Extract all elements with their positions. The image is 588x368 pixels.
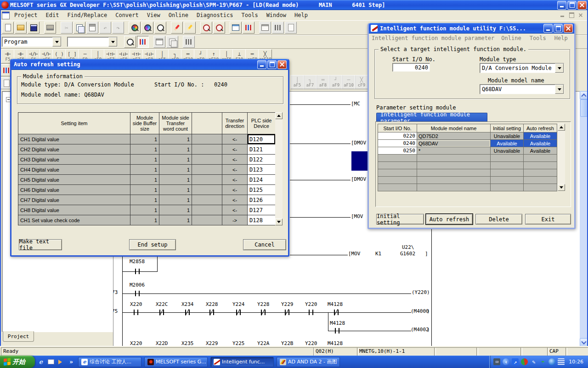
utility-menu-parameter[interactable]: Intelligent function module parameter xyxy=(369,34,497,42)
initial-cell[interactable]: Unavailable xyxy=(491,147,524,155)
utility-menu-help[interactable]: Help xyxy=(550,34,572,42)
ladder-monitor-button[interactable] xyxy=(243,22,254,34)
scroll-thumb[interactable] xyxy=(580,99,588,117)
menu-project[interactable]: Project xyxy=(10,11,42,19)
model-cell[interactable]: * xyxy=(417,147,491,155)
taskbar-task-paint[interactable]: AD AND DA 2 - 画图 xyxy=(277,357,340,367)
ladder-symbol-button-aF8[interactable]: ═aF8 xyxy=(316,75,330,89)
exit-button[interactable]: Exit xyxy=(525,214,571,224)
menu-window[interactable]: Window xyxy=(262,11,290,19)
sheet-zoom-button[interactable] xyxy=(124,36,136,48)
extra-tool3-button[interactable] xyxy=(285,22,297,34)
find-instruction-button[interactable] xyxy=(141,22,153,34)
dialog-maximize-button[interactable] xyxy=(267,60,277,69)
io-cell[interactable]: 0220 xyxy=(378,132,417,140)
extra-tool1-button[interactable] xyxy=(259,22,271,34)
ladder-symbol-button-cF9[interactable]: ╳cF9 xyxy=(355,75,368,89)
ladder-symbol-button-aF10[interactable]: ─aF10 xyxy=(342,75,356,89)
initial-cell[interactable]: Unavailable xyxy=(491,132,524,140)
extra-tool2-button[interactable] xyxy=(272,22,284,34)
restore-button[interactable] xyxy=(567,1,577,10)
program-combobox[interactable]: Program xyxy=(2,37,62,47)
copy-button[interactable] xyxy=(74,22,85,34)
refresh-cell[interactable]: Available xyxy=(524,147,557,155)
model-name-chevron-icon[interactable] xyxy=(555,85,564,94)
initial-cell[interactable]: Available xyxy=(491,140,524,147)
utility-menu-tools[interactable]: Tools xyxy=(526,34,550,42)
initial-setting-button[interactable]: Initial setting xyxy=(376,214,424,224)
ladder-list-button[interactable] xyxy=(153,36,165,48)
make-text-file-button[interactable]: Make text file xyxy=(19,239,62,250)
redo-button[interactable]: ↷ xyxy=(112,22,124,34)
antivirus-icon[interactable] xyxy=(521,358,528,365)
module-scroll-up-button[interactable] xyxy=(558,124,565,131)
paste-button[interactable] xyxy=(86,22,98,34)
end-setup-button[interactable]: End setup xyxy=(129,239,176,250)
menu-diagnostics[interactable]: Diagnostics xyxy=(192,11,237,19)
quicklaunch-media-icon[interactable] xyxy=(57,358,65,366)
device-cell[interactable]: D120 xyxy=(248,134,276,144)
menu-find-replace[interactable]: Find/Replace xyxy=(63,11,111,19)
find-string-button[interactable] xyxy=(154,22,166,34)
project-tab[interactable]: Project xyxy=(3,331,34,342)
network-globe-icon[interactable] xyxy=(548,358,555,365)
io-cell[interactable]: 0250 xyxy=(378,147,417,155)
module-scroll-down-button[interactable] xyxy=(558,184,565,191)
refresh-cell[interactable]: Available xyxy=(524,140,557,147)
device-cell[interactable]: D122 xyxy=(248,155,276,165)
start-io-input[interactable] xyxy=(392,63,430,72)
chevron-down-icon[interactable] xyxy=(52,37,61,46)
taskbar-task-forum[interactable]: e 综合讨论 工控人... xyxy=(78,357,141,367)
mdi-restore-icon[interactable] xyxy=(568,12,575,18)
menu-view[interactable]: View xyxy=(143,11,164,19)
device-cell[interactable]: D128 xyxy=(248,215,276,225)
utility-close-button[interactable] xyxy=(564,24,573,33)
language-bar-icon[interactable]: ‹ xyxy=(503,358,509,365)
auto-refresh-button[interactable]: Auto refresh xyxy=(426,214,473,224)
utility-minimize-button[interactable] xyxy=(543,24,553,33)
keyboard-icon[interactable]: ⌨ xyxy=(493,358,500,365)
delete-button[interactable]: Delete xyxy=(475,214,522,224)
quicklaunch-chevron-icon[interactable]: » xyxy=(67,358,75,366)
new-project-button[interactable] xyxy=(2,22,14,34)
table-vscrollbar[interactable] xyxy=(275,112,283,225)
device-cell[interactable]: D123 xyxy=(248,165,276,175)
save-project-button[interactable] xyxy=(28,22,40,34)
ime-stack-icon[interactable] xyxy=(558,358,565,365)
device-find2-button[interactable] xyxy=(213,22,225,34)
menu-edit[interactable]: Edit xyxy=(42,11,63,19)
menu-help[interactable]: Help xyxy=(290,11,312,19)
tray-clock[interactable]: 10:26 xyxy=(567,359,583,365)
mdi-minimize-icon[interactable] xyxy=(559,12,566,18)
start-button[interactable]: 开始 xyxy=(0,356,35,368)
utility-maximize-button[interactable] xyxy=(554,24,563,33)
write-mode-button[interactable] xyxy=(171,22,183,34)
taskbar-task-melsoft[interactable]: MELSOFT series G... xyxy=(144,357,208,367)
table-scroll-up-button[interactable] xyxy=(275,112,283,119)
menu-tools[interactable]: Tools xyxy=(237,11,262,19)
menu-convert[interactable]: Convert xyxy=(111,11,143,19)
upload-arrow-icon[interactable]: ↗ xyxy=(512,358,519,365)
editor-vscrollbar[interactable] xyxy=(580,91,587,346)
quicklaunch-ie-icon[interactable]: e xyxy=(37,358,45,366)
chevron-down-icon2[interactable] xyxy=(108,37,117,46)
device-cell[interactable]: D126 xyxy=(248,195,276,205)
project-tree-toggle-button[interactable] xyxy=(137,36,149,48)
module-type-chevron-icon[interactable] xyxy=(555,63,564,73)
monitor-button[interactable] xyxy=(230,22,242,34)
cancel-button[interactable]: Cancel xyxy=(243,239,286,250)
dialog-close-button[interactable] xyxy=(277,60,287,69)
cut-button[interactable]: ✂ xyxy=(61,22,73,34)
device-cell[interactable]: D127 xyxy=(248,205,276,215)
comment-view-button[interactable] xyxy=(183,36,195,48)
sfc-view-button[interactable] xyxy=(166,36,178,48)
taskbar-task-utility[interactable]: Intelligent func... xyxy=(210,357,274,367)
quicklaunch-mail-icon[interactable] xyxy=(47,358,55,366)
close-button[interactable] xyxy=(577,1,587,10)
model-cell[interactable]: QD75D2 xyxy=(417,132,491,140)
menu-online[interactable]: Online xyxy=(164,11,192,19)
mon-write-mode-button[interactable] xyxy=(184,22,196,34)
pen-tool-icon[interactable]: ✎ xyxy=(530,358,537,365)
table-scroll-down-button[interactable] xyxy=(275,218,283,225)
device-find-button[interactable] xyxy=(200,22,212,34)
